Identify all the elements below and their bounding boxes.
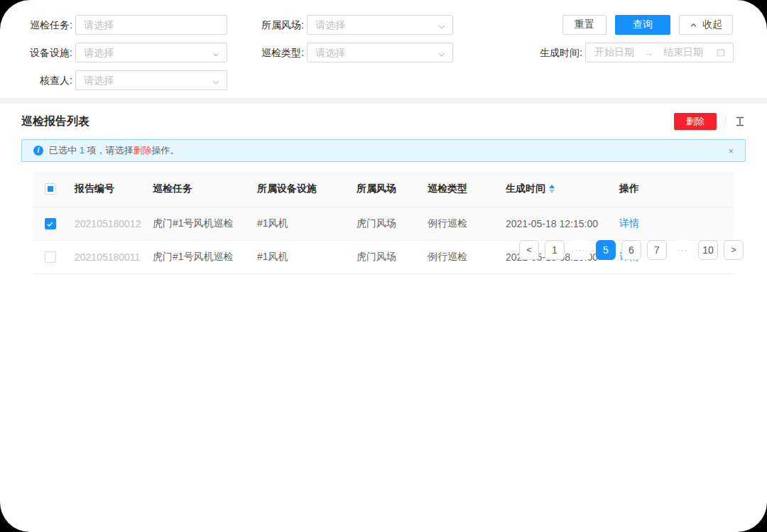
equipment-cell: #1风机 xyxy=(250,240,349,273)
column-report-no: 报告编号 xyxy=(67,171,146,207)
equipment-select[interactable] xyxy=(75,43,227,63)
verifier-input[interactable] xyxy=(76,71,227,89)
column-height-icon[interactable] xyxy=(734,116,746,127)
verifier-label: 核查人: xyxy=(16,70,72,90)
pagination-page-5[interactable]: 5 xyxy=(596,240,616,260)
pagination-page-1[interactable]: 1 xyxy=(545,240,565,260)
selected-count: 1 xyxy=(80,145,85,156)
caret-down-icon xyxy=(549,190,555,193)
list-toolbar: 删除 xyxy=(674,113,746,130)
start-date-placeholder[interactable]: 开始日期 xyxy=(594,46,634,59)
delete-button[interactable]: 删除 xyxy=(674,113,717,130)
search-button[interactable]: 查询 xyxy=(615,15,670,35)
check-icon xyxy=(46,220,54,228)
equipment-input[interactable] xyxy=(76,43,227,62)
task-cell: 虎门#1号风机巡检 xyxy=(146,240,250,273)
column-task: 巡检任务 xyxy=(146,171,250,207)
pagination-next[interactable]: > xyxy=(724,240,744,260)
farm-cell: 虎门风场 xyxy=(349,207,420,240)
toolbar-divider xyxy=(725,116,726,126)
pagination-ellipsis[interactable]: ··· xyxy=(673,240,692,260)
app-window: 巡检任务: 所属风场: 重置 查询 收起 设备设施: xyxy=(0,0,767,532)
type-cell: 例行巡检 xyxy=(420,240,499,273)
pagination-page-7[interactable]: 7 xyxy=(647,240,667,260)
task-input[interactable] xyxy=(76,16,227,34)
filter-form: 巡检任务: 所属风场: 重置 查询 收起 设备设施: xyxy=(0,0,767,98)
alert-text: 已选中 1 项，请选择删除操作。 xyxy=(49,144,179,157)
row-checkbox-cell xyxy=(33,207,67,240)
task-cell: 虎门#1号风机巡检 xyxy=(146,207,250,240)
select-all-checkbox[interactable] xyxy=(45,183,56,195)
page-title: 巡检报告列表 xyxy=(21,114,89,129)
collapse-button[interactable]: 收起 xyxy=(679,15,733,35)
report-list-section: 巡检报告列表 删除 i 已选中 1 项，请选择删除操作。 × xyxy=(0,113,767,274)
column-time-label: 生成时间 xyxy=(506,183,545,195)
table-row: 202105180012虎门#1号风机巡检#1风机虎门风场例行巡检2021-05… xyxy=(33,207,734,240)
column-time-sortable[interactable]: 生成时间 xyxy=(499,171,612,207)
time-label: 生成时间: xyxy=(529,43,582,63)
caret-up-icon xyxy=(549,185,555,188)
filter-row-2: 设备设施: 巡检类型: 生成时间: 开始日期 → 结束日期 xyxy=(0,43,767,63)
farm-cell: 虎门风场 xyxy=(349,240,420,273)
farm-label: 所属风场: xyxy=(247,15,304,35)
reset-button[interactable]: 重置 xyxy=(562,15,606,35)
range-arrow-icon: → xyxy=(644,48,653,58)
equipment-label: 设备设施: xyxy=(16,43,72,63)
type-cell: 例行巡检 xyxy=(420,207,499,240)
time-cell: 2021-05-18 12:15:00 xyxy=(499,207,612,240)
time-range-picker[interactable]: 开始日期 → 结束日期 xyxy=(585,43,734,63)
task-label: 巡检任务: xyxy=(16,15,72,35)
filter-row-1: 巡检任务: 所属风场: 重置 查询 收起 xyxy=(0,15,767,35)
farm-input[interactable] xyxy=(308,16,452,34)
column-equipment: 所属设备设施 xyxy=(250,171,349,207)
close-icon[interactable]: × xyxy=(728,146,734,156)
type-input[interactable] xyxy=(308,43,452,62)
selection-alert: i 已选中 1 项，请选择删除操作。 × xyxy=(21,139,746,162)
collapse-label: 收起 xyxy=(702,18,722,31)
filter-row-3: 核查人: xyxy=(0,70,767,90)
select-all-cell xyxy=(33,171,67,207)
equipment-cell: #1风机 xyxy=(250,207,349,240)
chevron-up-icon xyxy=(690,21,697,29)
report-number-cell: 202105180011 xyxy=(67,240,146,273)
type-select[interactable] xyxy=(307,43,453,63)
pagination: <1···567···10> xyxy=(519,240,744,260)
row-checkbox[interactable] xyxy=(45,218,56,229)
section-divider xyxy=(0,98,767,104)
filter-actions: 重置 查询 收起 xyxy=(562,15,733,35)
task-select[interactable] xyxy=(75,15,227,35)
indeterminate-mark xyxy=(48,186,53,192)
info-icon: i xyxy=(33,146,43,156)
report-number-cell: 202105180012 xyxy=(67,207,146,240)
list-header: 巡检报告列表 删除 xyxy=(21,113,746,130)
row-checkbox-cell xyxy=(33,240,67,273)
column-farm: 所属风场 xyxy=(349,171,420,207)
end-date-placeholder[interactable]: 结束日期 xyxy=(663,46,703,59)
action-cell: 详情 xyxy=(612,207,734,240)
row-checkbox[interactable] xyxy=(45,251,56,263)
delete-action-text: 删除 xyxy=(133,145,151,156)
verifier-select[interactable] xyxy=(75,70,227,90)
calendar-icon xyxy=(716,48,726,58)
pagination-page-6[interactable]: 6 xyxy=(621,240,641,260)
column-action: 操作 xyxy=(612,171,734,207)
type-label: 巡检类型: xyxy=(247,43,304,63)
pagination-ellipsis[interactable]: ··· xyxy=(570,240,590,260)
table-header: 报告编号 巡检任务 所属设备设施 所属风场 巡检类型 生成时间 xyxy=(33,171,734,207)
column-type: 巡检类型 xyxy=(420,171,499,207)
detail-link[interactable]: 详情 xyxy=(619,217,639,229)
pagination-page-10[interactable]: 10 xyxy=(698,240,718,260)
farm-select[interactable] xyxy=(307,15,453,35)
sort-icons xyxy=(549,185,555,193)
pagination-prev[interactable]: < xyxy=(519,240,539,260)
